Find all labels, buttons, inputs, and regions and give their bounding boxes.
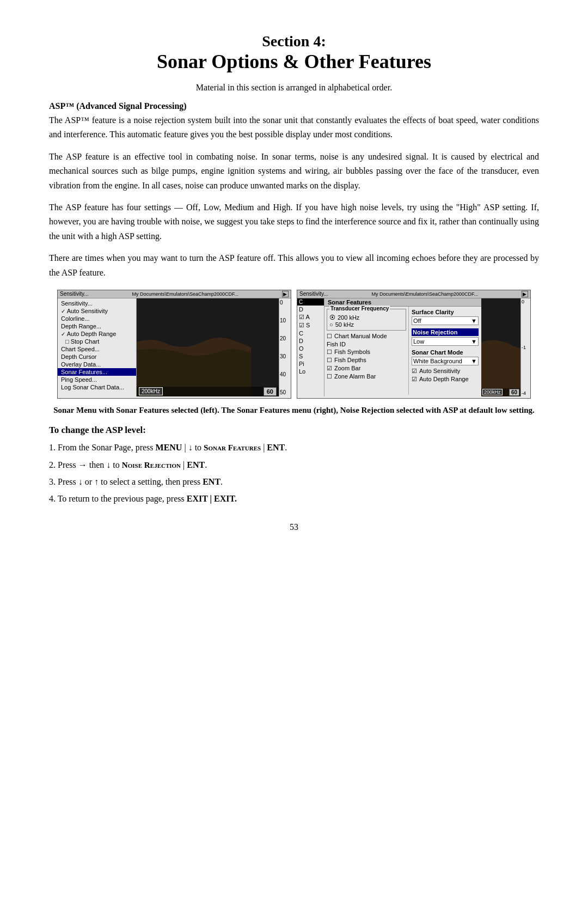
sonar-chart-mode-dropdown[interactable]: White Background ▼ [412,357,479,365]
strip-s: ☑ S [297,321,324,329]
subtitle: Material in this section is arranged in … [49,83,539,93]
left-depth-scale: 0 10 20 30 40 50 [279,298,291,396]
surface-clarity-value: Off [413,317,421,324]
step3-ent: ENT [203,477,220,486]
step1-ent: ENT [267,443,285,452]
noise-rejection-arrow: ▼ [471,338,477,345]
checkbox-auto-depth-right: ☑ Auto Depth Range [412,376,479,383]
menu-log-sonar[interactable]: Log Sonar Chart Data... [58,383,136,391]
right-panel-btn: ▶ [522,291,528,297]
surface-clarity-dropdown[interactable]: Off ▼ [412,316,479,325]
left-panel-btn: ▶ [282,291,289,297]
strip-d2: D [297,337,324,345]
page-title-section: Section 4: Sonar Options & Other Feature… [49,33,539,73]
surface-clarity-arrow: ▼ [471,317,477,324]
screenshot-row: Sensitivity... My Documents\Emulators\Se… [49,290,539,399]
strip-pi: Pi [297,360,324,368]
right-sonar-bg: 0 -1 -4 200kHz 60 [481,298,530,396]
checkbox-fish-id: Fish ID [327,341,406,347]
step1-sonar-features: Sonar Features [204,443,261,452]
left-panel-content: Sensitivity... Auto Sensitivity Colorlin… [58,298,291,396]
step2-noise-rejection: Noise Rejection [122,460,181,469]
sonar-chart-mode-label: Sonar Chart Mode [412,349,479,356]
caption: Sonar Menu with Sonar Features selected … [49,404,539,417]
left-panel-titlebar: Sensitivity... My Documents\Emulators\Se… [58,290,291,298]
step1-menu: MENU [156,443,182,452]
step-3: 3. Press ↓ or ↑ to select a setting, the… [49,474,539,489]
menu-colorline[interactable]: Colorline... [58,315,136,322]
strip-s2: S [297,352,324,360]
radio-50: ○ 50 kHz [329,321,403,328]
checkbox-fish-depths: ☐ Fish Depths [327,357,406,364]
menu-ping-speed[interactable]: Ping Speed... [58,376,136,383]
para1: The ASP™ feature is a noise rejection sy… [49,113,539,142]
strip-c2: C [297,329,324,337]
right-depth-badge: 60 [509,389,519,396]
right-screenshot-panel: Sensitivity... My Documents\Emulators\Se… [297,290,531,399]
menu-sensitivity[interactable]: Sensitivity... [58,300,136,307]
sonar-chart-mode-value: White Background [413,358,462,364]
sonar-svg-left [137,298,291,396]
left-freq-badge: 200kHz [139,387,163,395]
checkbox-zoom-bar: ☑ Zoom Bar [327,365,406,372]
para2: The ASP feature is an effective tool in … [49,150,539,193]
menu-auto-depth-range[interactable]: Auto Depth Range [58,330,136,338]
left-panel-title: Sensitivity... [60,291,89,297]
menu-overlay-data[interactable]: Overlay Data... [58,361,136,368]
sonar-features-right-col: Surface Clarity Off ▼ Noise Rejection Lo… [409,307,481,395]
right-panel-path: My Documents\Emulators\SeaChamp2000CDF..… [372,291,479,297]
para3: The ASP feature has four settings — Off,… [49,200,539,243]
menu-sonar-features[interactable]: Sonar Features... [58,368,136,376]
surface-clarity-label: Surface Clarity [412,309,479,315]
left-sonar-image: 0 10 20 30 40 50 200kHz 60 [137,298,291,396]
strip-lo: Lo [297,368,324,375]
transducer-group: Transducer Frequency ⦿ 200 kHz ○ 50 kHz [327,309,406,331]
right-panel-title: Sensitivity... [299,291,328,297]
right-freq-badge: 200kHz [482,389,503,395]
left-menu: Sensitivity... Auto Sensitivity Colorlin… [58,298,137,396]
checkbox-zone-alarm: ☐ Zone Alarm Bar [327,373,406,380]
left-depth-badge: 60 [264,387,277,396]
menu-auto-sensitivity[interactable]: Auto Sensitivity [58,307,136,315]
subsection-heading: ASP™ (Advanced Signal Processing) [49,101,539,111]
noise-rejection-dropdown[interactable]: Low ▼ [412,337,479,346]
sonar-features-inner: Transducer Frequency ⦿ 200 kHz ○ 50 kHz [324,307,481,395]
sonar-features-content: Sonar Features Transducer Frequency ⦿ 20… [324,298,481,396]
strip-o: O [297,345,324,352]
steps-heading: To change the ASP level: [49,425,539,436]
step-4: 4. To return to the previous page, press… [49,491,539,506]
noise-rejection-header: Noise Rejection [412,328,479,336]
noise-rejection-value: Low [413,338,424,345]
step2-ent: ENT [187,460,205,469]
right-left-strip: C D ☑ A ☑ S C D O S Pi Lo [297,298,324,396]
left-screenshot-panel: Sensitivity... My Documents\Emulators\Se… [57,290,291,399]
checkbox-chart-manual: ☐ Chart Manual Mode [327,333,406,340]
sonar-chart-mode-arrow: ▼ [471,358,477,364]
section-title: Sonar Options & Other Features [49,50,539,73]
left-panel-path: My Documents\Emulators\SeaChamp2000CDF..… [132,291,239,297]
menu-chart-speed[interactable]: Chart Speed... [58,345,136,353]
right-sonar-area: 0 -1 -4 200kHz 60 [481,298,530,396]
step-1: 1. From the Sonar Page, press MENU | ↓ t… [49,440,539,455]
step4-exit: EXIT | EXIT. [187,494,237,503]
strip-d: D [297,306,324,313]
caption-bold: Sonar Menu with Sonar Features selected … [53,406,535,414]
right-bottom-bar: 200kHz 60 [481,388,520,396]
checkbox-fish-symbols: ☐ Fish Symbols [327,349,406,356]
checkbox-auto-sensitivity-right: ☑ Auto Sensitivity [412,368,479,375]
radio-200: ⦿ 200 kHz [329,314,403,321]
section-label: Section 4: [49,33,539,50]
transducer-label: Transducer Frequency [329,306,390,312]
para4: There are times when you may want to tur… [49,251,539,280]
strip-checked-a: ☑ A [297,313,324,321]
strip-top: C [297,298,324,306]
menu-stop-chart[interactable]: □ Stop Chart [58,338,136,345]
sonar-features-left-col: Transducer Frequency ⦿ 200 kHz ○ 50 kHz [324,307,409,395]
right-panel-titlebar: Sensitivity... My Documents\Emulators\Se… [297,290,530,298]
menu-depth-cursor[interactable]: Depth Cursor [58,353,136,361]
left-bottom-bar: 200kHz 60 [137,387,279,396]
right-panel-content: C D ☑ A ☑ S C D O S Pi Lo Sonar Features [297,298,530,396]
step-2: 2. Press → then ↓ to Noise Rejection | E… [49,457,539,472]
menu-depth-range[interactable]: Depth Range... [58,322,136,330]
right-depth-scale: 0 -1 -4 [520,298,530,396]
